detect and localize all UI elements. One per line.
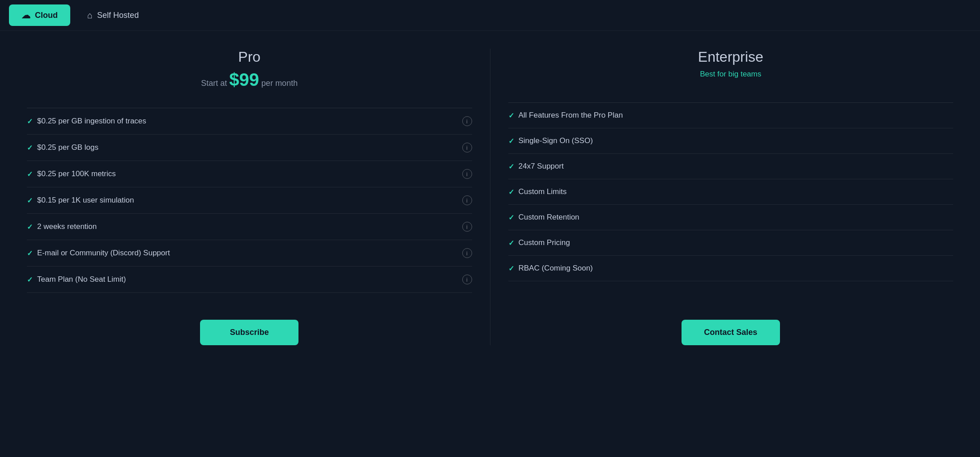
list-item: ✓ $0.25 per GB logs i [27,135,472,161]
info-icon[interactable]: i [462,195,472,205]
info-icon[interactable]: i [462,116,472,126]
enterprise-plan-action: Contact Sales [508,311,954,345]
pro-feature-list: ✓ $0.25 per GB ingestion of traces i ✓ $… [27,108,472,293]
check-icon: ✓ [27,196,33,205]
contact-sales-button[interactable]: Contact Sales [682,320,780,345]
check-icon: ✓ [508,239,514,247]
check-icon: ✓ [27,170,33,178]
check-icon: ✓ [508,213,514,222]
pro-plan-name: Pro [27,49,472,65]
list-item: ✓ E-mail or Community (Discord) Support … [27,240,472,267]
pro-plan-column: Pro Start at $99 per month ✓ $0.25 per G… [9,49,490,345]
enterprise-plan-subtitle: Best for big teams [508,70,954,79]
pro-plan-price-line: Start at $99 per month [27,70,472,90]
feature-text: All Features From the Pro Plan [519,111,623,120]
feature-text: 24x7 Support [519,162,564,171]
cloud-tab-label: Cloud [35,11,58,20]
check-icon: ✓ [27,249,33,258]
list-item: ✓ Team Plan (No Seat Limit) i [27,267,472,293]
list-item: ✓ Custom Limits [508,179,954,205]
feature-text: Team Plan (No Seat Limit) [37,275,126,284]
feature-text: Single-Sign On (SSO) [519,136,593,145]
feature-text: $0.25 per GB ingestion of traces [37,117,146,126]
cloud-tab-button[interactable]: ☁ Cloud [9,4,70,26]
pro-plan-header: Pro Start at $99 per month [27,49,472,90]
enterprise-feature-list: ✓ All Features From the Pro Plan ✓ Singl… [508,103,954,281]
info-icon[interactable]: i [462,275,472,284]
list-item: ✓ $0.15 per 1K user simulation i [27,187,472,214]
check-icon: ✓ [27,223,33,231]
list-item: ✓ Custom Retention [508,205,954,230]
enterprise-plan-header: Enterprise Best for big teams [508,49,954,85]
list-item: ✓ Single-Sign On (SSO) [508,128,954,154]
pro-price-suffix: per month [259,79,298,88]
enterprise-plan-column: Enterprise Best for big teams ✓ All Feat… [490,49,971,345]
feature-text: Custom Retention [519,213,579,222]
list-item: ✓ 2 weeks retention i [27,214,472,240]
feature-text: E-mail or Community (Discord) Support [37,249,170,258]
plans-container: Pro Start at $99 per month ✓ $0.25 per G… [0,31,980,363]
check-icon: ✓ [27,117,33,126]
pro-price-amount: $99 [229,70,259,89]
list-item: ✓ Custom Pricing [508,230,954,256]
pro-plan-action: Subscribe [27,311,472,345]
feature-text: $0.25 per 100K metrics [37,169,116,178]
feature-text: RBAC (Coming Soon) [519,264,593,273]
info-icon[interactable]: i [462,143,472,152]
list-item: ✓ 24x7 Support [508,154,954,179]
check-icon: ✓ [508,137,514,145]
list-item: ✓ $0.25 per GB ingestion of traces i [27,108,472,135]
self-hosted-tab-button[interactable]: ⌂ Self Hosted [75,5,151,26]
feature-text: Custom Limits [519,187,567,196]
info-icon[interactable]: i [462,222,472,232]
feature-text: Custom Pricing [519,238,570,247]
home-icon: ⌂ [87,10,93,21]
enterprise-plan-name: Enterprise [508,49,954,65]
list-item: ✓ All Features From the Pro Plan [508,103,954,128]
subscribe-button[interactable]: Subscribe [200,320,298,345]
check-icon: ✓ [27,275,33,284]
check-icon: ✓ [508,162,514,171]
check-icon: ✓ [508,111,514,120]
check-icon: ✓ [508,264,514,273]
list-item: ✓ $0.25 per 100K metrics i [27,161,472,187]
info-icon[interactable]: i [462,248,472,258]
self-hosted-tab-label: Self Hosted [97,11,139,20]
pro-price-prefix: Start at [201,79,229,88]
feature-text: 2 weeks retention [37,222,97,231]
check-icon: ✓ [27,144,33,152]
list-item: ✓ RBAC (Coming Soon) [508,256,954,281]
info-icon[interactable]: i [462,169,472,179]
feature-text: $0.15 per 1K user simulation [37,196,134,205]
feature-text: $0.25 per GB logs [37,143,98,152]
cloud-icon: ☁ [21,10,30,21]
top-nav: ☁ Cloud ⌂ Self Hosted [0,0,980,31]
check-icon: ✓ [508,188,514,196]
